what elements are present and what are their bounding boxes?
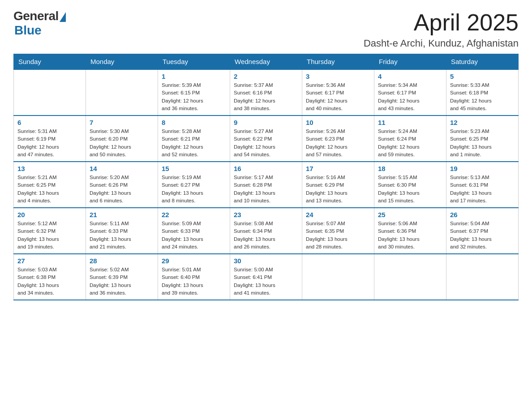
day-number: 4 xyxy=(378,73,442,80)
day-number: 29 xyxy=(162,257,226,265)
day-number: 25 xyxy=(378,211,442,218)
day-number: 23 xyxy=(234,211,298,218)
day-number: 24 xyxy=(306,211,370,218)
day-number: 7 xyxy=(90,119,154,126)
day-info: Sunrise: 5:12 AM Sunset: 6:32 PM Dayligh… xyxy=(17,220,82,251)
table-row: 29Sunrise: 5:01 AM Sunset: 6:40 PM Dayli… xyxy=(158,254,230,300)
calendar-week-row: 13Sunrise: 5:21 AM Sunset: 6:25 PM Dayli… xyxy=(14,162,519,208)
location-title: Dasht-e Archi, Kunduz, Afghanistan xyxy=(364,38,519,49)
table-row: 22Sunrise: 5:09 AM Sunset: 6:33 PM Dayli… xyxy=(158,208,230,254)
day-info: Sunrise: 5:23 AM Sunset: 6:25 PM Dayligh… xyxy=(450,128,515,158)
col-tuesday: Tuesday xyxy=(158,54,230,70)
day-info: Sunrise: 5:11 AM Sunset: 6:33 PM Dayligh… xyxy=(90,220,154,251)
day-number: 15 xyxy=(162,165,226,172)
month-title: April 2025 xyxy=(364,9,519,36)
col-thursday: Thursday xyxy=(302,54,374,70)
calendar-table: Sunday Monday Tuesday Wednesday Thursday… xyxy=(13,54,519,300)
table-row: 30Sunrise: 5:00 AM Sunset: 6:41 PM Dayli… xyxy=(230,254,302,300)
day-info: Sunrise: 5:01 AM Sunset: 6:40 PM Dayligh… xyxy=(162,266,226,297)
day-info: Sunrise: 5:36 AM Sunset: 6:17 PM Dayligh… xyxy=(306,81,370,112)
col-monday: Monday xyxy=(86,54,158,70)
table-row xyxy=(14,69,86,116)
day-info: Sunrise: 5:02 AM Sunset: 6:39 PM Dayligh… xyxy=(90,266,154,297)
day-info: Sunrise: 5:21 AM Sunset: 6:25 PM Dayligh… xyxy=(17,174,82,205)
table-row: 5Sunrise: 5:33 AM Sunset: 6:18 PM Daylig… xyxy=(446,69,519,116)
day-info: Sunrise: 5:37 AM Sunset: 6:16 PM Dayligh… xyxy=(234,81,298,112)
day-number: 21 xyxy=(90,211,154,218)
calendar-header-row: Sunday Monday Tuesday Wednesday Thursday… xyxy=(14,54,519,70)
day-number: 16 xyxy=(234,165,298,172)
day-number: 10 xyxy=(306,119,370,126)
day-info: Sunrise: 5:04 AM Sunset: 6:37 PM Dayligh… xyxy=(450,220,515,251)
day-number: 5 xyxy=(450,73,515,80)
day-number: 18 xyxy=(378,165,442,172)
day-info: Sunrise: 5:16 AM Sunset: 6:29 PM Dayligh… xyxy=(306,174,370,205)
table-row xyxy=(86,69,158,116)
day-number: 8 xyxy=(162,119,226,126)
logo: General Blue xyxy=(13,9,66,38)
logo-blue-text: Blue xyxy=(14,23,42,38)
day-number: 11 xyxy=(378,119,442,126)
day-info: Sunrise: 5:27 AM Sunset: 6:22 PM Dayligh… xyxy=(234,128,298,158)
day-number: 17 xyxy=(306,165,370,172)
table-row: 15Sunrise: 5:19 AM Sunset: 6:27 PM Dayli… xyxy=(158,162,230,208)
day-number: 12 xyxy=(450,119,515,126)
table-row: 8Sunrise: 5:28 AM Sunset: 6:21 PM Daylig… xyxy=(158,116,230,162)
day-info: Sunrise: 5:39 AM Sunset: 6:15 PM Dayligh… xyxy=(162,81,226,112)
day-number: 20 xyxy=(17,211,82,218)
day-number: 1 xyxy=(162,73,226,80)
col-saturday: Saturday xyxy=(446,54,519,70)
table-row: 2Sunrise: 5:37 AM Sunset: 6:16 PM Daylig… xyxy=(230,69,302,116)
day-number: 3 xyxy=(306,73,370,80)
day-info: Sunrise: 5:20 AM Sunset: 6:26 PM Dayligh… xyxy=(90,174,154,205)
table-row: 25Sunrise: 5:06 AM Sunset: 6:36 PM Dayli… xyxy=(374,208,446,254)
day-info: Sunrise: 5:34 AM Sunset: 6:17 PM Dayligh… xyxy=(378,81,442,112)
table-row xyxy=(302,254,374,300)
day-info: Sunrise: 5:06 AM Sunset: 6:36 PM Dayligh… xyxy=(378,220,442,251)
title-section: April 2025 Dasht-e Archi, Kunduz, Afghan… xyxy=(364,9,519,49)
table-row xyxy=(374,254,446,300)
logo-triangle-icon xyxy=(60,12,66,22)
table-row: 9Sunrise: 5:27 AM Sunset: 6:22 PM Daylig… xyxy=(230,116,302,162)
table-row: 7Sunrise: 5:30 AM Sunset: 6:20 PM Daylig… xyxy=(86,116,158,162)
col-sunday: Sunday xyxy=(14,54,86,70)
day-info: Sunrise: 5:33 AM Sunset: 6:18 PM Dayligh… xyxy=(450,81,515,112)
logo-general-text: General xyxy=(13,9,59,23)
calendar-week-row: 27Sunrise: 5:03 AM Sunset: 6:38 PM Dayli… xyxy=(14,254,519,300)
page-header: General Blue April 2025 Dasht-e Archi, K… xyxy=(13,9,519,49)
calendar-week-row: 1Sunrise: 5:39 AM Sunset: 6:15 PM Daylig… xyxy=(14,69,519,116)
day-number: 9 xyxy=(234,119,298,126)
col-friday: Friday xyxy=(374,54,446,70)
table-row: 14Sunrise: 5:20 AM Sunset: 6:26 PM Dayli… xyxy=(86,162,158,208)
day-number: 30 xyxy=(234,257,298,265)
table-row: 3Sunrise: 5:36 AM Sunset: 6:17 PM Daylig… xyxy=(302,69,374,116)
day-number: 27 xyxy=(17,257,82,265)
table-row: 4Sunrise: 5:34 AM Sunset: 6:17 PM Daylig… xyxy=(374,69,446,116)
table-row: 16Sunrise: 5:17 AM Sunset: 6:28 PM Dayli… xyxy=(230,162,302,208)
day-info: Sunrise: 5:19 AM Sunset: 6:27 PM Dayligh… xyxy=(162,174,226,205)
col-wednesday: Wednesday xyxy=(230,54,302,70)
table-row: 28Sunrise: 5:02 AM Sunset: 6:39 PM Dayli… xyxy=(86,254,158,300)
calendar-week-row: 6Sunrise: 5:31 AM Sunset: 6:19 PM Daylig… xyxy=(14,116,519,162)
day-number: 22 xyxy=(162,211,226,218)
table-row: 10Sunrise: 5:26 AM Sunset: 6:23 PM Dayli… xyxy=(302,116,374,162)
table-row: 17Sunrise: 5:16 AM Sunset: 6:29 PM Dayli… xyxy=(302,162,374,208)
day-number: 26 xyxy=(450,211,515,218)
day-info: Sunrise: 5:08 AM Sunset: 6:34 PM Dayligh… xyxy=(234,220,298,251)
day-number: 28 xyxy=(90,257,154,265)
day-info: Sunrise: 5:24 AM Sunset: 6:24 PM Dayligh… xyxy=(378,128,442,158)
day-info: Sunrise: 5:09 AM Sunset: 6:33 PM Dayligh… xyxy=(162,220,226,251)
day-info: Sunrise: 5:00 AM Sunset: 6:41 PM Dayligh… xyxy=(234,266,298,297)
table-row: 24Sunrise: 5:07 AM Sunset: 6:35 PM Dayli… xyxy=(302,208,374,254)
day-number: 2 xyxy=(234,73,298,80)
table-row: 21Sunrise: 5:11 AM Sunset: 6:33 PM Dayli… xyxy=(86,208,158,254)
day-info: Sunrise: 5:03 AM Sunset: 6:38 PM Dayligh… xyxy=(17,266,82,297)
day-number: 13 xyxy=(17,165,82,172)
table-row: 23Sunrise: 5:08 AM Sunset: 6:34 PM Dayli… xyxy=(230,208,302,254)
table-row: 20Sunrise: 5:12 AM Sunset: 6:32 PM Dayli… xyxy=(14,208,86,254)
day-info: Sunrise: 5:28 AM Sunset: 6:21 PM Dayligh… xyxy=(162,128,226,158)
day-number: 6 xyxy=(17,119,82,126)
table-row xyxy=(446,254,519,300)
day-info: Sunrise: 5:07 AM Sunset: 6:35 PM Dayligh… xyxy=(306,220,370,251)
day-info: Sunrise: 5:30 AM Sunset: 6:20 PM Dayligh… xyxy=(90,128,154,158)
